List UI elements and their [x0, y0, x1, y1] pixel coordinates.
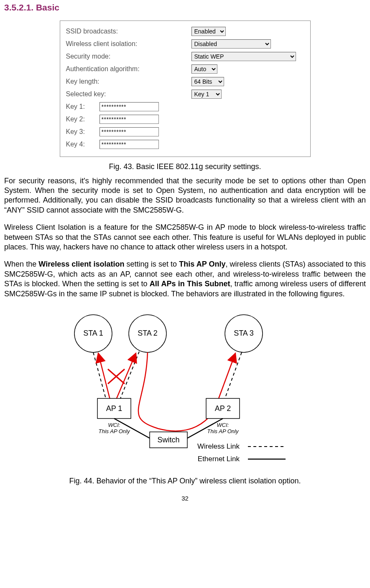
paragraph-3: When the Wireless client isolation setti… [4, 259, 366, 299]
client-isolation-select[interactable]: Disabled [191, 39, 271, 49]
key3-input[interactable] [100, 127, 159, 136]
figure-43-caption: Fig. 43. Basic IEEE 802.11g security set… [4, 162, 366, 172]
ssid-broadcasts-select[interactable]: Enabled [191, 27, 226, 36]
wci1-line1: WCI: [108, 422, 120, 428]
key1-label: Key 1: [66, 103, 100, 111]
switch-label: Switch [157, 436, 179, 444]
key-length-label: Key length: [66, 77, 191, 86]
paragraph-2: Wireless Client Isolation is a feature f… [4, 223, 366, 252]
key2-label: Key 2: [66, 115, 100, 124]
sta2-label: STA 2 [138, 329, 158, 337]
svg-line-4 [120, 352, 139, 398]
page-number: 32 [4, 494, 366, 503]
security-mode-label: Security mode: [66, 52, 191, 61]
key2-input[interactable] [100, 115, 159, 124]
legend-ethernet-label: Ethernet Link [197, 455, 240, 463]
diagram-svg: STA 1 STA 2 STA 3 AP 1 AP 2 Switch WCI: … [51, 311, 319, 470]
wci2-line2: This AP Only [207, 428, 239, 434]
security-mode-select[interactable]: Static WEP [191, 52, 296, 61]
key4-input[interactable] [100, 140, 159, 149]
wci1-line2: This AP Only [98, 428, 130, 434]
section-heading: 3.5.2.1. Basic [4, 2, 366, 13]
sta3-label: STA 3 [234, 329, 254, 337]
selected-key-select[interactable]: Key 1 [191, 90, 222, 99]
ap1-label: AP 1 [106, 404, 122, 413]
key-length-select[interactable]: 64 Bits [191, 77, 224, 86]
client-isolation-label: Wireless client isolation: [66, 40, 191, 49]
wci2-line1: WCI: [217, 422, 229, 428]
key1-input[interactable] [100, 102, 159, 111]
isolation-diagram: STA 1 STA 2 STA 3 AP 1 AP 2 Switch WCI: … [51, 311, 319, 472]
ap2-label: AP 2 [214, 404, 231, 413]
auth-algorithm-select[interactable]: Auto [191, 64, 217, 74]
selected-key-label: Selected key: [66, 90, 191, 99]
key4-label: Key 4: [66, 140, 100, 149]
config-panel: SSID broadcasts: Enabled Wireless client… [60, 21, 311, 157]
auth-algorithm-label: Authentication algorithm: [66, 65, 191, 74]
ssid-broadcasts-label: SSID broadcasts: [66, 27, 191, 36]
figure-44-caption: Fig. 44. Behavior of the “This AP Only” … [4, 476, 366, 486]
key3-label: Key 3: [66, 128, 100, 136]
legend-wireless-label: Wireless Link [197, 442, 240, 450]
paragraph-1: For security reasons, it's highly recomm… [4, 176, 366, 216]
sta1-label: STA 1 [83, 329, 103, 337]
